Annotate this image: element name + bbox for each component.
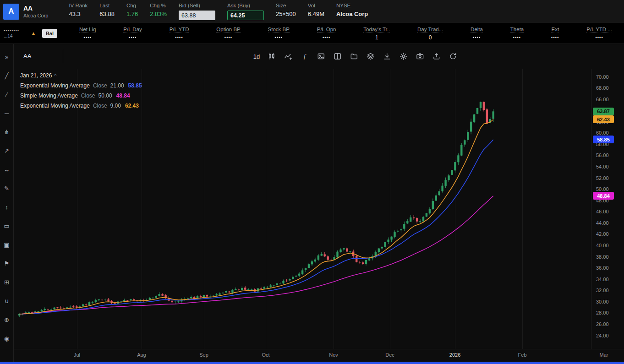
field-value: 25×500 [276,11,296,17]
ask-input[interactable]: 64.25 [227,11,264,20]
account-id-block[interactable]: •••••••• ...14 [4,28,29,38]
chart-symbol-label[interactable]: AA [23,53,31,60]
alcoa-logo: A [3,4,19,20]
time-axis-label: Nov [329,352,338,358]
magnet-icon[interactable]: ∪ [2,297,12,305]
symbol-company: Alcoa Corp [23,13,48,18]
account-field-p-l-ytd: P/L YTD•••• [170,27,189,40]
horizontal-line-icon[interactable]: ─ [2,109,12,117]
measure-icon[interactable]: ⊕ [2,316,12,324]
field-value: •••• [84,35,92,40]
price-badge: 48.84 [593,192,614,200]
callout-icon[interactable]: ▣ [2,241,12,249]
account-field-p-l-day: P/L Day•••• [123,27,142,40]
field-value: •••• [323,35,330,40]
pitchfork-icon[interactable]: ⋔ [2,128,12,136]
eye-icon[interactable]: ◉ [2,335,12,342]
symbol-block[interactable]: AA Alcoa Corp [23,5,48,18]
extended-line-icon[interactable]: ↔ [2,166,12,174]
chart-pane: Jan 21, 2026^Exponential Moving AverageC… [14,69,624,362]
field-label: P/L YTD ... [586,27,612,33]
settings-gear-icon[interactable] [398,50,410,62]
flag-icon[interactable]: ⚑ [2,260,12,267]
field-label: P/L Day [123,27,142,33]
chart-legend: Jan 21, 2026^Exponential Moving AverageC… [20,72,142,113]
arrow-icon[interactable]: ↗ [2,147,12,155]
indicator-source: Close [93,82,107,89]
snapshot-icon[interactable] [414,50,426,62]
legend-date: Jan 21, 2026 [20,72,52,79]
time-axis-label: Aug [137,352,146,358]
interval-selector[interactable]: 1d [252,50,261,62]
ray-line-icon[interactable]: ∕ [2,91,12,98]
time-axis[interactable]: JulAugSepOctNovDec2026FebMar [14,349,624,362]
price-tick-label: 28.00 [596,310,609,315]
indicator-name: Exponential Moving Average [20,82,90,89]
symbol-ticker: AA [23,5,48,12]
download-icon[interactable] [381,50,393,62]
collapse-panel-icon[interactable]: » [2,53,12,61]
time-axis-label: 2026 [449,352,460,358]
header-field-chg: Chg %2.83% [150,3,167,17]
account-masked-dots: •••••••• [4,28,29,32]
field-value: 1.76 [126,11,138,17]
price-tick-label: 50.00 [596,186,609,192]
chevron-up-icon[interactable]: ^ [54,73,56,78]
legend-indicator[interactable]: Simple Moving AverageClose50.0048.84 [20,92,142,99]
account-bar: •••••••• ...14 ▲ Bal Net Liq••••P/L Day•… [0,23,624,43]
price-label-icon[interactable]: ⊞ [2,278,12,286]
field-value: 2.83% [150,11,167,17]
alert-triangle-icon[interactable]: ▲ [31,31,36,36]
layout-grid-icon[interactable] [332,50,344,62]
legend-indicator[interactable]: Exponential Moving AverageClose9.0062.43 [20,103,142,109]
field-label: Size [276,3,296,8]
candle-style-icon[interactable] [266,50,278,62]
field-value: 43.3 [69,11,88,17]
indicator-name: Simple Moving Average [20,92,78,99]
price-tick-label: 42.00 [596,231,609,237]
field-value: •••• [551,35,559,40]
folder-icon[interactable] [348,50,360,62]
vertical-line-icon[interactable]: ↕ [2,203,12,211]
account-field-p-l-opn: P/L Opn•••• [317,27,336,40]
quote-fields: IV Rank43.3Last63.88Chg1.76Chg %2.83%Bid… [69,3,368,20]
indicator-value: 58.85 [128,82,142,89]
rectangle-icon[interactable]: ▭ [2,222,12,230]
header-field-size: Size25×500 [276,3,296,17]
chart-toolbar: AA 1dƒ [14,44,624,69]
ma-line-sma50[interactable] [19,196,493,314]
field-value: 0 [429,35,432,40]
balance-button[interactable]: Bal [42,29,57,38]
time-axis-label: Feb [518,352,527,358]
price-tick-label: 32.00 [596,288,609,293]
trend-line-icon[interactable]: ╱ [2,72,12,80]
field-value: •••• [275,35,283,40]
chart-toolbar-icons: 1dƒ [252,44,459,69]
field-label: Ask (Buy) [227,3,264,8]
brush-icon[interactable]: ✎ [2,185,12,192]
field-label: Chg % [150,3,167,8]
field-label: Stock BP [268,27,290,33]
time-axis-label: Mar [599,352,608,358]
publish-icon[interactable] [431,50,443,62]
image-icon[interactable] [315,50,327,62]
price-tick-label: 46.00 [596,209,609,214]
bid-input[interactable]: 63.88 [179,11,215,20]
account-field-theta: Theta•••• [510,27,524,40]
layers-icon[interactable] [365,50,377,62]
compare-icon[interactable] [282,50,294,62]
price-tick-label: 34.00 [596,277,609,282]
legend-date-row[interactable]: Jan 21, 2026^ [20,72,142,79]
refresh-icon[interactable] [447,50,459,62]
legend-indicator[interactable]: Exponential Moving AverageClose21.0058.8… [20,82,142,89]
field-label: P/L YTD [170,27,189,33]
ma-line-ema9[interactable] [19,120,493,314]
indicators-icon[interactable]: ƒ [299,50,311,62]
time-axis-label: Oct [262,352,269,358]
price-axis[interactable]: 70.0068.0066.0064.0062.0060.0058.0056.00… [591,69,624,349]
header-field-bid-sell: Bid (Sell)63.88 [179,3,215,20]
toolbar-divider [63,49,63,63]
ma-line-ema21[interactable] [19,140,493,314]
field-label: Day Trad... [417,27,443,33]
alcoa-logo-letter: A [8,7,14,16]
